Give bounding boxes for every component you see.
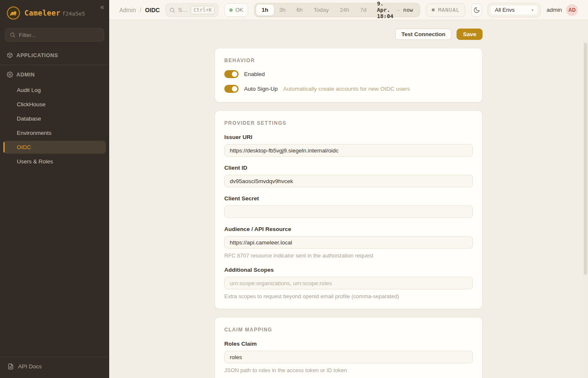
auto-signup-toggle[interactable] xyxy=(224,85,239,93)
filter-placeholder: Filter... xyxy=(19,32,36,38)
additional-scopes-field: Additional Scopes Extra scopes to reques… xyxy=(224,267,473,299)
additional-scopes-input[interactable] xyxy=(224,277,473,289)
sidebar: Cameleerf24a5e5 « Filter... APPLICATIONS… xyxy=(0,0,109,378)
breadcrumb: Admin / OIDC xyxy=(119,7,160,13)
sidebar-collapse-icon[interactable]: « xyxy=(100,3,104,11)
sidebar-footer-api-docs[interactable]: API Docs xyxy=(0,357,109,378)
manual-label: MANUAL xyxy=(438,7,459,13)
time-range-1h[interactable]: 1h xyxy=(256,5,274,16)
issuer-uri-field: Issuer URI xyxy=(224,134,473,157)
status-label: OK xyxy=(235,7,243,13)
environment-select[interactable]: All Envs ▾ xyxy=(488,3,541,17)
time-to: now xyxy=(403,7,413,13)
top-bar: Admin / OIDC S… Ctrl+K OK 1h 3h 6h Today… xyxy=(109,0,588,20)
audience-field: Audience / API Resource RFC 8707 resourc… xyxy=(224,226,473,259)
api-docs-label: API Docs xyxy=(18,363,42,370)
client-secret-input[interactable] xyxy=(224,205,473,218)
audience-input[interactable] xyxy=(224,236,473,249)
client-secret-label: Client Secret xyxy=(224,195,473,202)
sidebar-item-users-roles[interactable]: Users & Roles xyxy=(3,155,106,168)
save-button[interactable]: Save xyxy=(457,29,483,40)
time-range-6h[interactable]: 6h xyxy=(291,5,308,16)
breadcrumb-separator: / xyxy=(140,7,142,13)
section-label: ADMIN xyxy=(16,72,35,78)
audience-label: Audience / API Resource xyxy=(224,226,473,232)
auto-signup-toggle-row: Auto Sign-Up Automatically create accoun… xyxy=(224,85,473,93)
avatar[interactable]: AD xyxy=(566,4,578,16)
sidebar-item-clickhouse[interactable]: ClickHouse xyxy=(3,98,106,111)
roles-claim-field: Roles Claim JSON path to roles in the ac… xyxy=(224,341,473,373)
sidebar-header: Cameleerf24a5e5 « xyxy=(0,0,109,25)
auto-signup-toggle-label: Auto Sign-Up xyxy=(244,86,278,92)
issuer-uri-input[interactable] xyxy=(224,144,473,157)
sidebar-section-admin[interactable]: ADMIN xyxy=(0,67,109,82)
global-search-input[interactable]: S… Ctrl+K xyxy=(165,3,218,17)
package-icon xyxy=(7,52,13,58)
time-range-display[interactable]: 9. Apr. 18:04 – now xyxy=(372,0,418,19)
sidebar-item-environments[interactable]: Environments xyxy=(3,126,106,139)
behavior-card-title: BEHAVIOR xyxy=(224,58,473,63)
roles-claim-input[interactable] xyxy=(224,351,473,363)
sidebar-item-database[interactable]: Database xyxy=(3,112,106,125)
main-content: Test Connection Save BEHAVIOR Enabled Au… xyxy=(109,20,588,378)
app-version-hash: f24a5e5 xyxy=(62,10,85,17)
time-range-today[interactable]: Today xyxy=(308,5,334,16)
enabled-toggle-row: Enabled xyxy=(224,70,473,78)
claim-card-title: CLAIM MAPPING xyxy=(224,327,473,333)
time-separator: – xyxy=(397,7,400,13)
sidebar-divider xyxy=(0,65,109,65)
status-dot-icon xyxy=(229,8,233,12)
client-id-label: Client ID xyxy=(224,165,473,171)
additional-scopes-label: Additional Scopes xyxy=(224,267,473,273)
section-label: APPLICATIONS xyxy=(16,52,58,58)
environment-select-inner: All Envs ▾ xyxy=(490,5,538,15)
audience-hint: RFC 8707 resource indicator sent in the … xyxy=(224,252,473,259)
camel-logo-icon xyxy=(7,6,20,20)
provider-card-title: PROVIDER SETTINGS xyxy=(224,120,473,126)
behavior-card: BEHAVIOR Enabled Auto Sign-Up Automatica… xyxy=(215,48,483,102)
client-secret-field: Client Secret xyxy=(224,195,473,218)
auto-signup-hint: Automatically create accounts for new OI… xyxy=(283,86,410,92)
sidebar-filter-input[interactable]: Filter... xyxy=(5,28,104,42)
enabled-toggle-label: Enabled xyxy=(244,71,265,77)
moon-icon xyxy=(473,7,480,13)
test-connection-button[interactable]: Test Connection xyxy=(395,29,452,40)
environment-value: All Envs xyxy=(495,7,514,13)
breadcrumb-current: OIDC xyxy=(145,7,160,13)
time-range-7d[interactable]: 7d xyxy=(354,5,372,16)
chevron-down-icon: ▾ xyxy=(532,8,534,12)
document-icon xyxy=(8,363,14,370)
claim-mapping-card: CLAIM MAPPING Roles Claim JSON path to r… xyxy=(215,317,483,378)
search-icon xyxy=(10,32,16,38)
issuer-uri-label: Issuer URI xyxy=(224,134,473,140)
user-group: admin AD xyxy=(546,4,578,16)
gear-icon xyxy=(7,71,13,78)
page-actions: Test Connection Save xyxy=(215,29,483,40)
search-placeholder: S… xyxy=(178,7,188,13)
search-shortcut-badge: Ctrl+K xyxy=(191,6,215,14)
time-range-24h[interactable]: 24h xyxy=(334,5,355,16)
provider-settings-card: PROVIDER SETTINGS Issuer URI Client ID C… xyxy=(215,110,483,309)
time-range-selector: 1h 3h 6h Today 24h 7d 9. Apr. 18:04 – no… xyxy=(254,3,420,17)
breadcrumb-admin[interactable]: Admin xyxy=(119,7,136,13)
time-range-3h[interactable]: 3h xyxy=(274,5,291,16)
sidebar-item-audit-log[interactable]: Audit Log xyxy=(3,84,106,97)
roles-claim-label: Roles Claim xyxy=(224,341,473,347)
scrollbar-thumb[interactable] xyxy=(584,43,587,275)
enabled-toggle[interactable] xyxy=(224,70,239,78)
user-name: admin xyxy=(546,7,562,13)
search-icon xyxy=(169,7,175,13)
refresh-mode-button[interactable]: MANUAL xyxy=(426,3,465,17)
additional-scopes-hint: Extra scopes to request beyond openid em… xyxy=(224,293,473,299)
sidebar-item-oidc[interactable]: OIDC xyxy=(3,141,106,154)
sidebar-section-applications[interactable]: APPLICATIONS xyxy=(0,47,109,63)
roles-claim-hint: JSON path to roles in the access token o… xyxy=(224,367,473,373)
app-logo-text: Cameleer xyxy=(24,9,60,17)
admin-nav: Audit Log ClickHouse Database Environmen… xyxy=(0,82,109,169)
theme-toggle-button[interactable] xyxy=(471,3,482,17)
manual-dot-icon xyxy=(432,8,435,11)
client-id-input[interactable] xyxy=(224,175,473,187)
time-from: 9. Apr. 18:04 xyxy=(377,0,393,19)
client-id-field: Client ID xyxy=(224,165,473,187)
status-badge[interactable]: OK xyxy=(224,3,248,17)
